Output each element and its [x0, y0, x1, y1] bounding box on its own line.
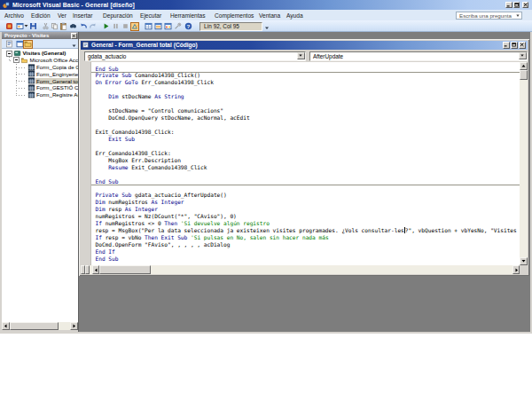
toggle-folders-button[interactable]: [23, 40, 33, 49]
project-tree-hscrollbar[interactable]: [2, 322, 78, 330]
tree-item-label: Microsoft Office Access: [29, 57, 79, 63]
mdi-client-area: Proyecto - Visites Visites (General)Micr…: [2, 32, 530, 332]
menu-edicion[interactable]: Edición: [28, 10, 53, 20]
menu-insertar[interactable]: Insertar: [70, 10, 95, 20]
question-box[interactable]: Escriba una pregunta: [456, 12, 522, 20]
break-button[interactable]: [111, 22, 120, 31]
code-window-title: General - Form_General total (Código): [91, 42, 198, 48]
tree-item-visites-general-[interactable]: Visites (General): [2, 50, 78, 57]
tree-item-form-general-total[interactable]: Form_General total: [2, 77, 78, 84]
menu-ver[interactable]: Ver: [55, 10, 69, 20]
scroll-up-button[interactable]: [520, 62, 528, 70]
vba-ide-window: Microsoft Visual Basic - General [diseño…: [0, 0, 532, 334]
margin-indicator-bar[interactable]: [81, 62, 91, 265]
scroll-right-button[interactable]: [512, 265, 520, 274]
menu-ayuda[interactable]: Ayuda: [284, 10, 306, 20]
form-icon: [27, 91, 35, 98]
tree-expander-minus-icon[interactable]: [6, 51, 12, 57]
tree-item-form-gesti-cont[interactable]: Form_GESTIÓ CONT: [2, 84, 78, 91]
code-line: End Sub: [96, 256, 520, 263]
help-button[interactable]: ?: [184, 22, 192, 31]
hscroll-thumb[interactable]: [10, 322, 59, 330]
menu-complementos[interactable]: Complementos: [212, 10, 256, 20]
tree-connector-line: [16, 88, 26, 89]
minimize-button[interactable]: [505, 2, 512, 8]
object-browser-button[interactable]: [163, 22, 172, 31]
object-combobox[interactable]: gdata_actuacio: [84, 51, 306, 61]
properties-window-button[interactable]: [153, 22, 162, 31]
save-button[interactable]: [28, 22, 37, 31]
code-window: General - Form_General total (Código) gd…: [79, 39, 529, 276]
event-combobox-dropdown-icon[interactable]: [519, 52, 527, 59]
menu-ejecutar[interactable]: Ejecutar: [137, 10, 164, 20]
form-icon: [27, 84, 35, 91]
code-window-titlebar[interactable]: General - Form_General total (Código): [81, 41, 528, 50]
find-button[interactable]: [68, 22, 77, 31]
code-keyword: On Error GoTo: [96, 79, 142, 85]
view-microsoft-access-button[interactable]: [4, 22, 13, 31]
scroll-down-button[interactable]: [520, 257, 528, 265]
form-icon: [27, 64, 35, 71]
tree-expander-minus-icon[interactable]: [13, 57, 20, 63]
code-window-close-button[interactable]: [519, 42, 526, 49]
code-keyword: Exit Sub: [108, 136, 135, 142]
close-button[interactable]: [522, 2, 529, 8]
event-combobox-value: AfterUpdate: [313, 53, 343, 59]
tree-connector-line: [16, 67, 26, 68]
project-toolbar-chevron-icon[interactable]: [72, 42, 76, 47]
question-box-dropdown-icon[interactable]: [514, 12, 521, 20]
toolbox-button[interactable]: [173, 22, 182, 31]
scroll-right-button[interactable]: [70, 322, 78, 330]
project-panel-titlebar[interactable]: Proyecto - Visites: [2, 32, 78, 39]
code-hscrollbar[interactable]: [81, 265, 520, 274]
view-code-button[interactable]: [4, 40, 14, 49]
undo-button[interactable]: [79, 22, 88, 31]
code-module-icon: [82, 42, 89, 48]
reset-button[interactable]: [121, 22, 129, 31]
tree-item-form-enginyeries-u[interactable]: Form_Enginyeries U: [2, 70, 78, 77]
window-controls: [505, 2, 528, 8]
event-combobox[interactable]: AfterUpdate: [309, 51, 528, 61]
code-text: resp = vbNo: [106, 234, 145, 240]
tree-item-form-registre-admi[interactable]: Form_Registre Admi: [2, 91, 78, 98]
full-module-view-button[interactable]: [85, 265, 90, 274]
hscroll-thumb[interactable]: [99, 265, 151, 274]
code-vscrollbar[interactable]: [520, 62, 528, 265]
code-keyword: Private Sub: [96, 72, 135, 78]
code-window-minimize-button[interactable]: [503, 42, 510, 49]
window-title: Microsoft Visual Basic - General [diseño…: [12, 2, 135, 8]
code-editor[interactable]: End SubPrivate Sub Comando14398_Click()O…: [91, 62, 520, 265]
object-combobox-dropdown-icon[interactable]: [297, 52, 305, 59]
scroll-left-button[interactable]: [92, 265, 99, 274]
run-sub-button[interactable]: [101, 22, 110, 31]
project-icon: [13, 50, 21, 57]
copy-button[interactable]: [50, 22, 59, 31]
vscroll-thumb[interactable]: [520, 70, 528, 80]
cut-button[interactable]: [41, 22, 50, 31]
menu-herramientas[interactable]: Herramientas: [168, 10, 208, 20]
design-mode-button[interactable]: [130, 22, 139, 31]
menu-depuracion[interactable]: Depuración: [100, 10, 136, 20]
tree-item-form-copia-de-gene[interactable]: Form_Copia de Gene: [2, 64, 78, 71]
code-keyword: End Sub: [96, 256, 119, 262]
menu-archivo[interactable]: Archivo: [2, 10, 27, 20]
project-explorer-button[interactable]: [144, 22, 153, 31]
toolbar-options-chevron-icon[interactable]: [264, 23, 270, 29]
code-line: Exit Sub: [96, 136, 520, 143]
code-text: MsgBox Err.Description: [96, 157, 181, 163]
code-line: [96, 100, 520, 107]
menu-bar: Escriba una pregunta ArchivoEdiciónVerIn…: [0, 10, 532, 20]
insert-object-button[interactable]: [15, 22, 24, 31]
code-line: Dim numRegistros As Integer: [96, 199, 520, 206]
code-window-restore-button[interactable]: [511, 42, 518, 49]
scroll-left-button[interactable]: [2, 322, 10, 330]
tree-item-microsoft-office-access[interactable]: Microsoft Office Access: [2, 57, 78, 64]
project-explorer-panel: Proyecto - Visites Visites (General)Micr…: [2, 32, 79, 332]
project-panel-close-button[interactable]: [71, 33, 77, 39]
code-line: On Error GoTo Err_Comando14398_Click: [96, 79, 520, 86]
restore-button[interactable]: [513, 2, 520, 8]
paste-button[interactable]: [59, 22, 67, 31]
menu-ventana[interactable]: Ventana: [256, 10, 283, 20]
code-line: MsgBox Err.Description: [96, 157, 520, 164]
redo-button[interactable]: [88, 22, 97, 31]
